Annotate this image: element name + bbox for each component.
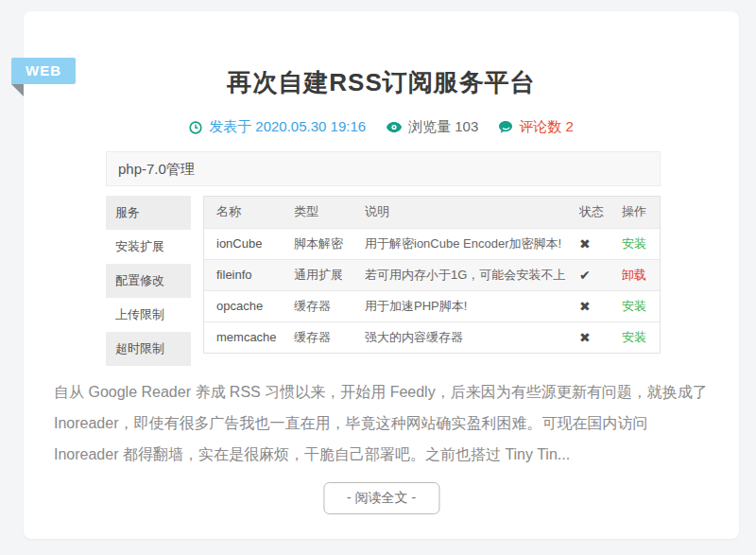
install-link[interactable]: 安装 [622,330,646,344]
col-desc: 说明 [365,197,579,228]
views-meta: 浏览量 103 [387,118,478,136]
post-excerpt: 自从 Google Reader 养成 RSS 习惯以来，开始用 Feedly，… [54,376,708,470]
col-status: 状态 [579,197,622,228]
published-text[interactable]: 发表于 2020.05.30 19:16 [209,118,366,136]
table-row: fileinfo 通用扩展 若可用内存小于1G，可能会安装不上 ✔ 卸载 [204,259,660,290]
read-more-button[interactable]: - 阅读全文 - [323,482,439,514]
panel-body: 服务 安装扩展 配置修改 上传限制 超时限制 名称 类型 说明 [106,196,661,366]
ribbon-fold [11,84,24,96]
col-name: 名称 [204,197,294,228]
extensions-table: 名称 类型 说明 状态 操作 ionCube 脚本解密 用于解密 [203,196,661,354]
status-mark: ✔ [579,259,622,290]
comment-icon [499,121,512,133]
sidebar-item-config[interactable]: 配置修改 [106,264,191,298]
eye-icon [387,122,402,132]
ext-name: memcache [204,321,294,353]
published-meta: 发表于 2020.05.30 19:16 [189,118,366,136]
ext-name: fileinfo [204,259,294,290]
views-text: 浏览量 103 [408,118,478,136]
ext-desc: 强大的内容缓存器 [365,321,579,353]
post-meta: 发表于 2020.05.30 19:16 浏览量 103 评论数 2 [24,118,739,136]
panel-sidebar: 服务 安装扩展 配置修改 上传限制 超时限制 [106,196,191,366]
comments-text[interactable]: 评论数 2 [519,118,574,136]
sidebar-item-services[interactable]: 服务 [106,196,191,230]
table-row: memcache 缓存器 强大的内容缓存器 ✖ 安装 [204,321,660,353]
ext-desc: 用于加速PHP脚本! [365,290,579,321]
sidebar-item-timeout[interactable]: 超时限制 [106,332,191,366]
col-action: 操作 [622,197,660,228]
col-type: 类型 [294,197,365,228]
sidebar-item-extensions[interactable]: 安装扩展 [106,230,191,264]
table-row: ionCube 脚本解密 用于解密ionCube Encoder加密脚本! ✖ … [204,228,660,259]
post-card: WEB 再次自建RSS订阅服务平台 发表于 2020.05.30 19:16 浏… [24,11,739,539]
page-background: WEB 再次自建RSS订阅服务平台 发表于 2020.05.30 19:16 浏… [0,0,756,555]
sidebar-item-upload[interactable]: 上传限制 [106,298,191,332]
ext-type: 通用扩展 [294,259,365,290]
ext-type: 缓存器 [294,290,365,321]
install-link[interactable]: 安装 [622,236,646,251]
post-title[interactable]: 再次自建RSS订阅服务平台 [24,66,739,99]
table-header-row: 名称 类型 说明 状态 操作 [204,197,660,228]
table-row: opcache 缓存器 用于加速PHP脚本! ✖ 安装 [204,290,660,321]
panel-title: php-7.0管理 [106,151,661,186]
status-mark: ✖ [579,321,622,353]
comments-meta: 评论数 2 [499,118,574,136]
ext-type: 缓存器 [294,321,365,353]
status-mark: ✖ [579,228,622,259]
clock-icon [189,121,202,134]
php-admin-panel: php-7.0管理 服务 安装扩展 配置修改 上传限制 超时限制 名称 [106,151,661,366]
ext-type: 脚本解密 [294,228,365,259]
uninstall-link[interactable]: 卸载 [622,268,646,282]
status-mark: ✖ [579,290,622,321]
ext-desc: 若可用内存小于1G，可能会安装不上 [365,259,579,290]
install-link[interactable]: 安装 [622,299,646,313]
ext-desc: 用于解密ionCube Encoder加密脚本! [365,228,579,259]
ext-name: ionCube [204,228,294,259]
ext-name: opcache [204,290,294,321]
